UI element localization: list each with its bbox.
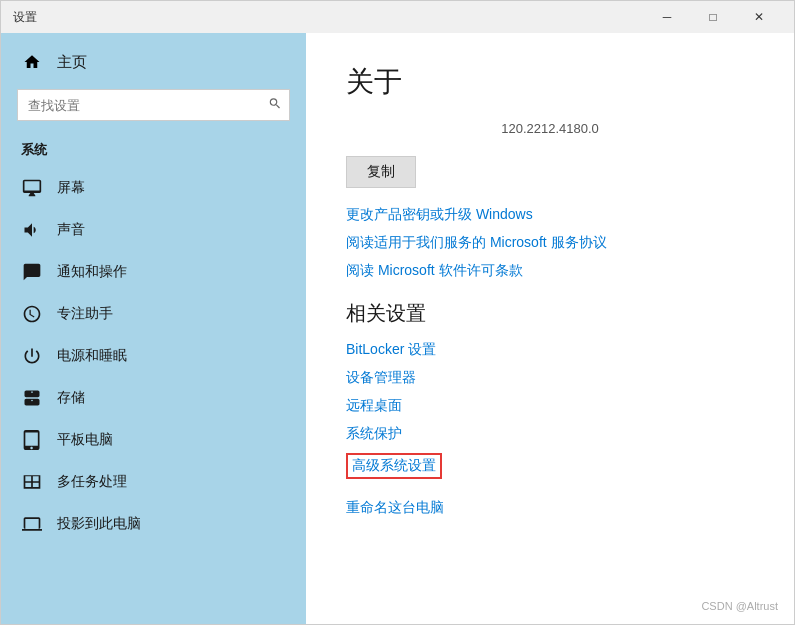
focus-icon xyxy=(21,303,43,325)
sidebar: 主页 系统 屏幕 xyxy=(1,33,306,624)
sidebar-item-project[interactable]: 投影到此电脑 xyxy=(1,503,306,545)
device-manager-link[interactable]: 设备管理器 xyxy=(346,369,754,387)
search-box xyxy=(17,89,290,121)
tablet-label: 平板电脑 xyxy=(57,431,113,449)
project-label: 投影到此电脑 xyxy=(57,515,141,533)
system-section-label: 系统 xyxy=(1,135,306,167)
page-title: 关于 xyxy=(346,63,754,101)
window-body: 主页 系统 屏幕 xyxy=(1,33,794,624)
tablet-icon xyxy=(21,429,43,451)
sidebar-item-focus[interactable]: 专注助手 xyxy=(1,293,306,335)
notifications-label: 通知和操作 xyxy=(57,263,127,281)
system-protection-link[interactable]: 系统保护 xyxy=(346,425,754,443)
main-content: 关于 120.2212.4180.0 复制 更改产品密钥或升级 Windows … xyxy=(306,33,794,624)
title-bar: 设置 ─ □ ✕ xyxy=(1,1,794,33)
storage-icon xyxy=(21,387,43,409)
sidebar-item-tablet[interactable]: 平板电脑 xyxy=(1,419,306,461)
storage-label: 存储 xyxy=(57,389,85,407)
related-title: 相关设置 xyxy=(346,300,754,327)
window-title: 设置 xyxy=(13,9,644,26)
display-icon xyxy=(21,177,43,199)
service-agreement-link[interactable]: 阅读适用于我们服务的 Microsoft 服务协议 xyxy=(346,234,754,252)
version-number: 120.2212.4180.0 xyxy=(346,121,754,136)
watermark: CSDN @Altrust xyxy=(701,600,778,612)
product-key-link[interactable]: 更改产品密钥或升级 Windows xyxy=(346,206,754,224)
maximize-button[interactable]: □ xyxy=(690,1,736,33)
focus-label: 专注助手 xyxy=(57,305,113,323)
power-label: 电源和睡眠 xyxy=(57,347,127,365)
bitlocker-link[interactable]: BitLocker 设置 xyxy=(346,341,754,359)
project-icon xyxy=(21,513,43,535)
notifications-icon xyxy=(21,261,43,283)
sidebar-item-multitask[interactable]: 多任务处理 xyxy=(1,461,306,503)
close-button[interactable]: ✕ xyxy=(736,1,782,33)
multitask-label: 多任务处理 xyxy=(57,473,127,491)
display-label: 屏幕 xyxy=(57,179,85,197)
sidebar-item-notifications[interactable]: 通知和操作 xyxy=(1,251,306,293)
home-label: 主页 xyxy=(57,53,87,72)
search-input[interactable] xyxy=(17,89,290,121)
multitask-icon xyxy=(21,471,43,493)
sidebar-item-display[interactable]: 屏幕 xyxy=(1,167,306,209)
sound-label: 声音 xyxy=(57,221,85,239)
home-icon xyxy=(21,51,43,73)
power-icon xyxy=(21,345,43,367)
sidebar-item-sound[interactable]: 声音 xyxy=(1,209,306,251)
advanced-settings-link[interactable]: 高级系统设置 xyxy=(346,453,442,479)
copy-button[interactable]: 复制 xyxy=(346,156,416,188)
sidebar-home[interactable]: 主页 xyxy=(1,33,306,85)
title-bar-controls: ─ □ ✕ xyxy=(644,1,782,33)
sidebar-item-power[interactable]: 电源和睡眠 xyxy=(1,335,306,377)
sound-icon xyxy=(21,219,43,241)
sidebar-item-storage[interactable]: 存储 xyxy=(1,377,306,419)
license-link[interactable]: 阅读 Microsoft 软件许可条款 xyxy=(346,262,754,280)
rename-pc-link[interactable]: 重命名这台电脑 xyxy=(346,499,754,517)
window: 设置 ─ □ ✕ 主页 xyxy=(0,0,795,625)
minimize-button[interactable]: ─ xyxy=(644,1,690,33)
search-icon xyxy=(268,97,282,114)
remote-desktop-link[interactable]: 远程桌面 xyxy=(346,397,754,415)
